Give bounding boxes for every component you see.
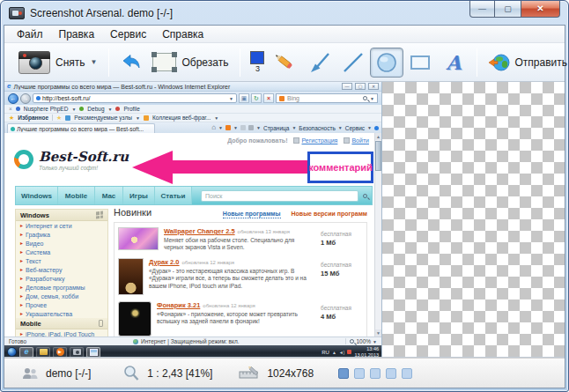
ie-minimize-button: — <box>342 83 352 90</box>
status-user: demo [-/-] <box>46 367 91 380</box>
page-square[interactable] <box>402 368 412 379</box>
program-link: Wallpaper Changer 2.5 <box>164 227 235 235</box>
menu-service[interactable]: Сервис <box>102 26 154 42</box>
site-main: Новинки Новые программы Новые версии про… <box>114 207 367 337</box>
crop-icon <box>152 53 176 71</box>
zoom-icon <box>350 339 354 344</box>
feeds-icon <box>225 125 231 130</box>
url-text: http://best-soft.ru/ <box>42 95 90 101</box>
nav-tab-articles: Статьи <box>155 187 192 204</box>
sidebar-item: ▸iPhone, iPad, iPod Touch <box>16 329 107 337</box>
sidebar-item: ▸Текст <box>16 256 107 265</box>
ie-zoom-level: 100% <box>356 338 371 344</box>
ellipse-tool[interactable] <box>370 48 403 78</box>
nav-tab-mobile: Mobile <box>58 187 95 204</box>
sidebar-item: ▸Интернет и сети <box>16 221 107 230</box>
print-icon <box>248 125 254 130</box>
bing-label: Bing <box>287 95 299 101</box>
favorites-item: Рекомендуемые узлы <box>74 115 132 121</box>
browser-tab: Лучшие программы со всего мира — Best-so… <box>7 123 155 133</box>
toolbar: Снять ▼ Обрезать 3 <box>4 43 565 82</box>
program-item: Дурак 2.0обновлена 12 января «Дурак» - э… <box>118 258 363 295</box>
users-icon <box>22 367 39 380</box>
ie-favorites-bar: ★ Избранное ★ Рекомендуемые узлы▼ Коллек… <box>4 114 381 122</box>
capture-label: Снять <box>55 56 85 69</box>
menu-edit[interactable]: Правка <box>51 26 103 42</box>
tray-language: RU <box>321 350 329 355</box>
maximize-button[interactable]: ▢ <box>495 1 521 18</box>
program-link: Дурак 2.0 <box>149 258 180 266</box>
welcome-text: Добро пожаловать! <box>227 137 287 144</box>
window-title: Screenshot Arsenal. demo [-/-] <box>30 7 173 19</box>
color-swatch[interactable] <box>250 51 264 64</box>
login-link: Войти <box>344 137 369 144</box>
annotation-arrow-head[interactable] <box>132 151 173 184</box>
program-size: 1 Мб <box>321 239 363 247</box>
rectangle-tool[interactable] <box>403 48 437 77</box>
logo-title: Best-Soft.ru <box>39 150 129 165</box>
page-square[interactable] <box>370 368 381 379</box>
text-tool[interactable]: A <box>437 47 469 78</box>
separator <box>477 48 477 77</box>
ie-icon: e <box>7 83 11 90</box>
page-menu: Страница <box>263 125 289 131</box>
menu-file[interactable]: Файл <box>9 26 51 42</box>
program-size: 15 Мб <box>321 270 363 277</box>
page-selector <box>338 368 412 379</box>
undo-icon <box>121 54 142 71</box>
editor-canvas[interactable]: e Лучшие программы со всего мира — Best-… <box>4 82 565 358</box>
program-thumbnail <box>118 258 144 295</box>
mail-icon <box>240 125 246 130</box>
magnifier-icon <box>122 365 140 382</box>
scroll-up-icon: ▲ <box>375 133 381 140</box>
page-square[interactable] <box>386 368 396 379</box>
captured-screenshot[interactable]: e Лучшие программы со всего мира — Best-… <box>4 82 382 358</box>
color-thickness-swatch[interactable]: 3 <box>250 51 264 73</box>
taskbar-media-icon: ▶ <box>53 347 67 358</box>
annotation-arrow[interactable] <box>172 160 309 174</box>
news-heading: Новинки <box>114 207 151 218</box>
tab-new-programs: Новые программы <box>223 211 281 218</box>
ie-titlebar: e Лучшие программы со всего мира — Best-… <box>4 82 381 92</box>
web-slices-icon <box>144 115 149 121</box>
chevron-down-icon: ▼ <box>229 96 233 101</box>
annotation-box[interactable]: комментарий <box>307 152 373 183</box>
program-license: бесплатная <box>321 305 363 311</box>
program-description: «Фонарик» - приложение, которое может пр… <box>157 311 315 326</box>
program-license: бесплатная <box>321 262 363 268</box>
undo-button[interactable] <box>115 51 147 74</box>
search-icon <box>363 96 367 100</box>
page-square[interactable] <box>338 368 349 379</box>
globe-icon <box>489 53 510 72</box>
forward-icon: → <box>20 93 31 104</box>
minimize-button[interactable]: — <box>469 1 495 18</box>
ie-close-button: ✕ <box>368 83 379 90</box>
sidebar-item: ▸Графика <box>16 230 107 239</box>
arrow-icon <box>308 51 331 74</box>
ie-address-bar: ← → http://best-soft.ru/ ▼ ▣ ↻ × Bing <box>4 92 381 105</box>
chevron-down-icon[interactable]: ▼ <box>91 58 98 66</box>
pencil-tool[interactable] <box>268 47 303 78</box>
scroll-down-icon: ▼ <box>375 329 381 337</box>
line-icon <box>342 51 365 74</box>
site-navbar: Windows Mobile Mac Игры Статьи <box>15 186 373 205</box>
search-icon <box>363 194 367 198</box>
app-window: Screenshot Arsenal. demo [-/-] — ▢ ✕ Фай… <box>0 0 569 392</box>
tools-menu: Сервис <box>345 125 365 131</box>
arrow-tool[interactable] <box>303 47 336 78</box>
programs-panel: Wallpaper Changer 2.5обновлена 13 января… <box>114 222 367 337</box>
crop-button[interactable]: Обрезать <box>147 50 233 74</box>
crop-label: Обрезать <box>181 56 228 69</box>
page-square[interactable] <box>354 368 365 379</box>
close-button[interactable]: ✕ <box>521 1 560 18</box>
send-button[interactable]: Отправить ▼ <box>484 50 569 75</box>
nav-tab-windows: Windows <box>16 187 58 204</box>
ie-command-bar: ⌂▼ ▼ ▼ Страница▼ Безопасность▼ Сервис▼ <box>211 124 379 133</box>
app-statusbar: demo [-/-] 1 : 2,43 [41%] 1024x768 <box>4 358 565 388</box>
menu-help[interactable]: Справка <box>154 26 211 42</box>
capture-button[interactable]: Снять ▼ <box>13 48 102 77</box>
sidebar-section-title: Mobile <box>20 320 41 328</box>
line-tool[interactable] <box>336 47 370 78</box>
sidebar-item: ▸Веб-мастеру <box>16 265 107 274</box>
program-size: 4 Мб <box>321 313 363 321</box>
